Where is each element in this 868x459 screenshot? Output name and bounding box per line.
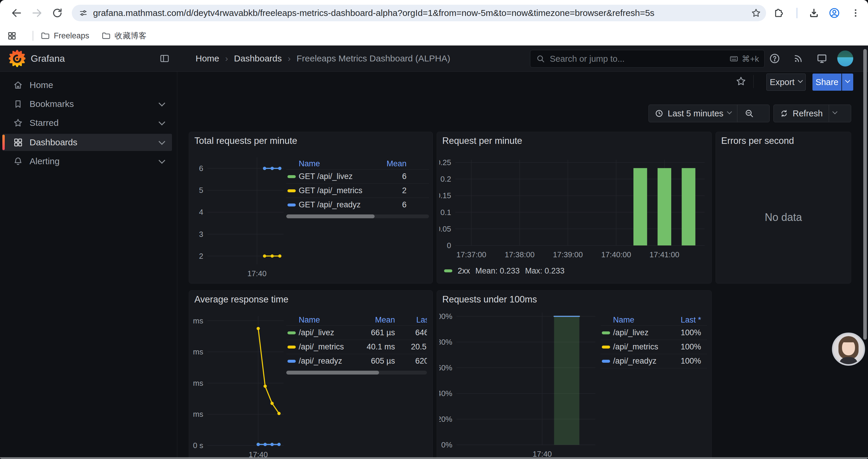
svg-text:0.15: 0.15 xyxy=(439,191,451,200)
breadcrumb-home[interactable]: Home xyxy=(195,54,219,64)
legend-scrollbar[interactable] xyxy=(286,215,429,218)
legend-table: Name Mean GET /api/_livez 6 GET /api/_me… xyxy=(286,158,429,218)
share-button[interactable]: Share xyxy=(812,73,841,91)
legend-row[interactable]: GET /api/_readyz 6 xyxy=(286,198,429,212)
legend-row[interactable]: /api/_metrics 40.1 ms 20.5 ms xyxy=(286,340,427,354)
bookmarks-divider xyxy=(32,31,33,41)
legend-table: Name Mean Last * /api/_livez 661 µs 646 … xyxy=(286,314,427,374)
panel-title[interactable]: Errors per second xyxy=(721,136,794,146)
reload-icon xyxy=(52,7,63,19)
legend-inline[interactable]: 2xx Mean: 0.233 Max: 0.233 xyxy=(444,264,565,277)
svg-text:4: 4 xyxy=(199,208,203,217)
legend-row[interactable]: GET /api/_metrics 2 xyxy=(286,184,429,198)
profile-button[interactable] xyxy=(828,6,841,20)
svg-text:20 ms: 20 ms xyxy=(191,410,203,419)
legend-col-name[interactable]: Name xyxy=(299,159,367,168)
browser-chrome: grafana.mathmast.com/d/deytv4rwavabkb/fr… xyxy=(0,0,868,45)
star-icon xyxy=(13,118,23,128)
brand-name[interactable]: Grafana xyxy=(31,45,65,71)
toolbar-divider xyxy=(797,8,797,18)
svg-text:5: 5 xyxy=(199,186,203,195)
svg-text:17:37:00: 17:37:00 xyxy=(457,250,486,259)
breadcrumb-dashboards[interactable]: Dashboards xyxy=(234,54,282,64)
monitor-button[interactable] xyxy=(815,53,829,64)
svg-text:40 ms: 40 ms xyxy=(191,379,203,388)
site-settings-icon[interactable] xyxy=(79,8,88,18)
panel-requests-under-100ms: Requests under 100ms 100%80%60%40%20%0%1… xyxy=(437,290,712,459)
svg-text:17:39:00: 17:39:00 xyxy=(553,250,583,259)
url-text[interactable]: grafana.mathmast.com/d/deytv4rwavabkb/fr… xyxy=(93,5,734,21)
extensions-button[interactable] xyxy=(772,6,785,20)
sidebar-item-home[interactable]: Home xyxy=(2,76,172,94)
back-button[interactable] xyxy=(10,6,23,20)
sidebar-toggle-button[interactable] xyxy=(159,54,169,64)
panel-title[interactable]: Average response time xyxy=(194,294,288,305)
bookmark-folder-freeleaps[interactable]: Freeleaps xyxy=(40,29,89,42)
profile-icon xyxy=(829,7,840,19)
refresh-button[interactable]: Refresh xyxy=(774,105,829,122)
panel-title[interactable]: Requests under 100ms xyxy=(442,294,537,305)
breadcrumb: Home › Dashboards › Freeleaps Metrics Da… xyxy=(195,45,450,71)
browser-menu-button[interactable] xyxy=(849,6,862,20)
panel-title[interactable]: Total requests per minute xyxy=(194,136,297,146)
apps-button[interactable] xyxy=(5,29,18,42)
legend-row[interactable]: /api/_readyz 605 µs 620 µs xyxy=(286,354,427,368)
favorite-dashboard-button[interactable] xyxy=(735,75,747,88)
share-menu-button[interactable] xyxy=(842,73,853,91)
sidebar: Home Bookmarks Starred Dashboards Alerti… xyxy=(0,72,177,459)
bookmark-folder-blogs[interactable]: 收藏博客 xyxy=(101,29,147,42)
search-box[interactable]: ⌘+k xyxy=(530,50,765,68)
legend-row[interactable]: /api/_metrics 100% xyxy=(601,340,707,354)
legend-row[interactable]: GET /api/_livez 6 xyxy=(286,169,429,184)
actions-divider xyxy=(753,75,754,88)
grafana-logo[interactable] xyxy=(9,50,25,67)
panel-title[interactable]: Request per minute xyxy=(442,136,522,146)
timeseries-chart[interactable]: 6543217:40 xyxy=(191,153,286,282)
legend-col-last[interactable]: Last * xyxy=(399,316,427,325)
sidebar-item-dashboards[interactable]: Dashboards xyxy=(2,134,172,151)
address-bar[interactable]: grafana.mathmast.com/d/deytv4rwavabkb/fr… xyxy=(72,5,766,21)
zoom-out-button[interactable] xyxy=(737,105,761,122)
back-icon xyxy=(11,7,23,19)
legend-col-mean[interactable]: Mean xyxy=(367,159,408,168)
refresh-label: Refresh xyxy=(793,109,823,119)
legend-col-last[interactable]: Last * xyxy=(669,316,707,325)
bookmark-page-button[interactable] xyxy=(751,8,761,18)
forward-button[interactable] xyxy=(30,6,43,20)
assistant-avatar-widget[interactable] xyxy=(832,333,865,366)
legend-scrollbar[interactable] xyxy=(286,371,427,374)
refresh-interval-button[interactable] xyxy=(829,105,841,122)
panel-total-requests-per-minute: Total requests per minute 6543217:40 Nam… xyxy=(189,132,433,284)
export-button[interactable]: Export xyxy=(766,73,806,91)
breadcrumb-current: Freeleaps Metrics Dashboard (ALPHA) xyxy=(297,54,450,64)
user-avatar[interactable] xyxy=(837,51,853,66)
apps-grid-icon xyxy=(7,31,17,40)
bookmark-label: Freeleaps xyxy=(54,31,89,40)
legend-row[interactable]: /api/_readyz 100% xyxy=(601,354,707,368)
legend-col-mean[interactable]: Mean xyxy=(352,316,399,325)
search-input[interactable] xyxy=(549,54,729,64)
bar-chart[interactable]: 0.250.20.150.10.05017:37:0017:38:0017:39… xyxy=(439,149,708,261)
monitor-icon xyxy=(816,53,828,64)
sidebar-item-starred[interactable]: Starred xyxy=(2,114,172,131)
legend-row[interactable]: /api/_livez 661 µs 646 µs xyxy=(286,326,427,340)
time-range-picker[interactable]: Last 5 minutes xyxy=(649,105,737,122)
svg-text:80%: 80% xyxy=(439,338,452,347)
svg-text:40%: 40% xyxy=(439,389,452,398)
legend-col-name[interactable]: Name xyxy=(299,316,352,325)
help-button[interactable] xyxy=(768,53,781,64)
downloads-button[interactable] xyxy=(807,6,820,20)
series-color-pill xyxy=(444,269,452,272)
svg-text:0.05: 0.05 xyxy=(439,225,451,233)
bar-chart[interactable]: 100%80%60%40%20%0%17:40 xyxy=(439,307,599,459)
sidebar-item-alerting[interactable]: Alerting xyxy=(2,153,172,170)
rss-icon xyxy=(793,53,804,64)
legend-row[interactable]: /api/_livez 100% xyxy=(601,326,707,340)
legend-col-name[interactable]: Name xyxy=(613,316,669,325)
timeseries-chart[interactable]: 80 ms60 ms40 ms20 ms0 s17:40 xyxy=(191,311,286,459)
news-button[interactable] xyxy=(792,53,805,64)
page-scrollbar[interactable] xyxy=(863,49,867,340)
refresh-icon xyxy=(780,109,788,118)
reload-button[interactable] xyxy=(51,6,64,20)
sidebar-item-bookmarks[interactable]: Bookmarks xyxy=(2,95,172,112)
